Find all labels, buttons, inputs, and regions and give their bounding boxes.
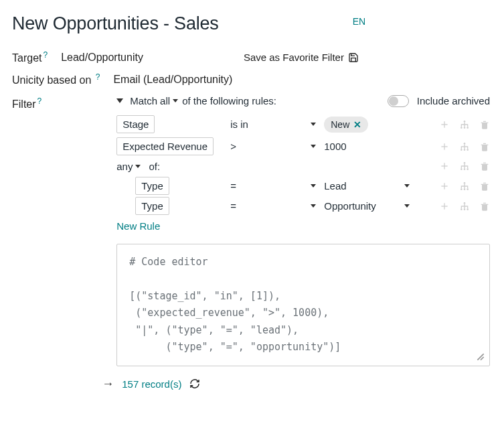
code-editor[interactable]: # Code editor [("stage_id", "in", [1]), …	[116, 244, 490, 366]
svg-point-11	[467, 168, 469, 170]
trash-icon[interactable]	[479, 201, 490, 212]
rule-value-tag: New✕	[324, 117, 368, 133]
arrow-right-icon: →	[102, 377, 114, 391]
chevron-down-icon	[404, 204, 410, 208]
tree-icon[interactable]	[459, 119, 470, 130]
chevron-down-icon	[311, 204, 316, 208]
chevron-down-icon	[173, 99, 178, 102]
svg-point-17	[461, 208, 463, 210]
rule-row: Stage is in New✕	[116, 117, 490, 133]
rule-row: Type = Lead	[135, 180, 490, 192]
remove-tag-icon[interactable]: ✕	[353, 119, 361, 130]
rule-actions	[439, 141, 490, 152]
rule-row: Type = Opportunity	[135, 200, 490, 212]
include-archived-toggle[interactable]	[388, 95, 409, 107]
target-label: Target?	[12, 50, 48, 64]
rule-actions	[439, 119, 490, 130]
rule-field-select[interactable]: Stage	[116, 115, 155, 133]
tree-icon[interactable]	[459, 201, 470, 212]
rule-field-select[interactable]: Type	[135, 197, 169, 215]
chevron-down-icon	[135, 165, 141, 168]
svg-point-0	[464, 121, 466, 123]
filter-label: Filter?	[12, 96, 41, 110]
svg-point-10	[464, 168, 466, 170]
rule-value-select[interactable]: Lead	[324, 180, 411, 192]
unicity-label: Unicity based on ?	[12, 72, 100, 86]
svg-point-1	[461, 127, 463, 129]
rule-actions	[439, 181, 490, 192]
svg-point-8	[464, 162, 466, 164]
svg-point-5	[461, 149, 463, 151]
help-icon[interactable]: ?	[96, 72, 100, 82]
svg-point-7	[467, 149, 469, 151]
tree-icon[interactable]	[459, 181, 470, 192]
refresh-icon[interactable]	[189, 378, 200, 389]
rule-operator-select[interactable]: is in	[230, 119, 317, 130]
svg-point-12	[464, 182, 466, 184]
page-title: New Opportunities - Sales	[12, 13, 219, 34]
new-rule-button[interactable]: New Rule	[116, 220, 490, 232]
save-favorite-filter[interactable]: Save as Favorite Filter	[244, 52, 359, 63]
tree-icon[interactable]	[459, 161, 470, 171]
svg-point-6	[464, 149, 466, 151]
trash-icon[interactable]	[479, 161, 490, 171]
svg-point-2	[464, 127, 466, 129]
group-mode-select[interactable]: any	[116, 161, 142, 172]
collapse-icon[interactable]	[116, 98, 123, 103]
rule-value-select[interactable]: Opportunity	[324, 200, 411, 212]
include-archived-label: Include archived	[417, 95, 490, 106]
chevron-down-icon	[404, 184, 410, 188]
chevron-down-icon	[311, 145, 316, 148]
trash-icon[interactable]	[479, 141, 490, 152]
svg-point-14	[464, 188, 466, 190]
trash-icon[interactable]	[479, 181, 490, 192]
chevron-down-icon	[311, 123, 316, 126]
add-icon[interactable]	[439, 181, 450, 192]
rule-actions	[439, 161, 490, 171]
help-icon[interactable]: ?	[43, 50, 48, 60]
rule-group-header: any of:	[116, 161, 490, 172]
language-selector[interactable]: EN	[353, 16, 365, 27]
resize-handle-icon[interactable]	[476, 352, 485, 362]
rule-operator-select[interactable]: =	[230, 200, 317, 212]
rule-operator-select[interactable]: =	[230, 180, 317, 192]
svg-point-18	[464, 208, 466, 210]
rule-row: Expected Revenue > 1000	[116, 141, 490, 153]
rule-actions	[439, 201, 490, 212]
rule-field-select[interactable]: Expected Revenue	[116, 137, 214, 155]
svg-point-13	[461, 188, 463, 190]
rule-operator-select[interactable]: >	[230, 141, 317, 152]
add-icon[interactable]	[439, 161, 450, 171]
save-icon	[348, 52, 359, 63]
records-link[interactable]: 157 record(s)	[122, 378, 181, 390]
tree-icon[interactable]	[459, 141, 470, 152]
rule-value-input[interactable]: 1000	[324, 141, 346, 152]
svg-point-19	[467, 208, 469, 210]
unicity-value[interactable]: Email (Lead/Opportunity)	[113, 74, 232, 86]
add-icon[interactable]	[439, 141, 450, 152]
svg-point-4	[464, 143, 466, 145]
rule-field-select[interactable]: Type	[135, 177, 169, 195]
trash-icon[interactable]	[479, 119, 490, 130]
help-icon[interactable]: ?	[37, 96, 42, 106]
svg-point-15	[467, 188, 469, 190]
add-icon[interactable]	[439, 119, 450, 130]
target-value[interactable]: Lead/Opportunity	[61, 52, 143, 64]
add-icon[interactable]	[439, 201, 450, 212]
svg-point-16	[464, 202, 466, 204]
svg-point-9	[461, 168, 463, 170]
svg-point-3	[467, 127, 469, 129]
chevron-down-icon	[311, 184, 316, 188]
match-mode-select[interactable]: all	[160, 95, 179, 106]
